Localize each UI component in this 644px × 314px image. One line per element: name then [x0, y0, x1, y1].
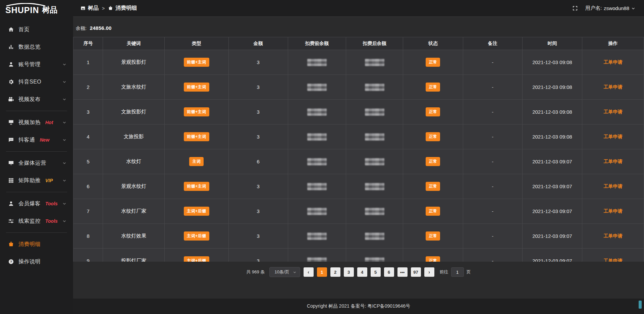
col-header-index: 序号	[73, 37, 103, 50]
masked-value	[307, 158, 327, 165]
cell-balance-before	[288, 100, 346, 124]
masked-value	[307, 183, 327, 190]
work-order-link[interactable]: 工单申请	[604, 233, 623, 239]
cell-amount: 3	[228, 174, 288, 199]
sidebar-item-expense-detail[interactable]: 消费明细	[0, 235, 73, 253]
cell-balance-before	[288, 249, 346, 262]
cell-keyword: 文旅投影灯	[103, 100, 165, 124]
expense-table: 序号 关键词 类型 金额 扣费前余额 扣费后余额 状态 备注 时间 操作 1 景…	[73, 37, 644, 262]
cell-index: 7	[73, 199, 103, 224]
cell-balance-before	[288, 224, 346, 249]
breadcrumb-item-home[interactable]: 树品	[80, 5, 99, 12]
status-badge: 正常	[426, 107, 440, 116]
cell-balance-before	[288, 124, 346, 149]
page-button-2[interactable]: 2	[330, 267, 340, 277]
page-button-5[interactable]: 5	[371, 267, 381, 277]
work-order-link[interactable]: 工单申请	[604, 208, 623, 214]
sidebar-item-label: 数据总览	[18, 44, 41, 51]
member-icon	[8, 201, 14, 207]
cell-action: 工单申请	[582, 149, 644, 174]
cell-action: 工单申请	[582, 199, 644, 224]
cell-amount: 3	[228, 199, 288, 224]
work-order-link[interactable]: 工单申请	[604, 134, 623, 139]
sidebar-item-douyin-seo[interactable]: 抖音SEO	[0, 73, 73, 91]
sidebar-item-member-burst[interactable]: 会员爆客 Tools	[0, 195, 73, 212]
page-button-1[interactable]: 1	[317, 267, 327, 277]
sidebar-item-video-heat[interactable]: 视频加热 Hot	[0, 114, 73, 131]
balance-label: 余额:	[76, 25, 87, 31]
table-row: 1 景观投影灯 前缀+主词 3 正常 - 2021-12-03 09:08 工单…	[73, 50, 644, 75]
cell-keyword: 景观投影灯	[103, 50, 165, 75]
page-size-select[interactable]: 10条/页	[269, 267, 300, 277]
new-tag: New	[40, 137, 50, 143]
cell-time: 2021-12-03 09:08	[522, 100, 582, 124]
chevron-down-icon	[62, 138, 66, 142]
cell-keyword: 文旅投影	[103, 124, 165, 149]
page-button-97[interactable]: 97	[411, 267, 421, 277]
page-button-4[interactable]: 4	[357, 267, 367, 277]
sidebar-item-home[interactable]: 首页	[0, 21, 73, 38]
cell-type: 前缀+主词	[165, 100, 229, 124]
fullscreen-button[interactable]	[572, 5, 578, 11]
sidebar-item-data-overview[interactable]: 数据总览	[0, 38, 73, 56]
col-header-balance-before: 扣费前余额	[288, 37, 346, 50]
cell-time: 2021-12-03 09:07	[522, 174, 582, 199]
chevron-down-icon	[62, 219, 66, 223]
col-header-remark: 备注	[463, 37, 522, 50]
cell-keyword: 水纹灯厂家	[103, 199, 165, 224]
masked-value	[365, 59, 384, 66]
table-row: 9 投影灯厂家 主词+后缀 3 正常 - 2021-12-03 09:07 工单…	[73, 249, 644, 262]
work-order-link[interactable]: 工单申请	[604, 84, 623, 90]
col-header-keyword: 关键词	[103, 37, 165, 50]
masked-value	[365, 84, 384, 91]
masked-value	[365, 108, 384, 116]
cell-remark: -	[463, 249, 522, 262]
cell-action: 工单申请	[582, 249, 644, 262]
video-camera-icon	[8, 96, 14, 102]
cell-action: 工单申请	[582, 224, 644, 249]
table-header-row: 序号 关键词 类型 金额 扣费前余额 扣费后余额 状态 备注 时间 操作	[73, 37, 644, 50]
breadcrumb-item-expense-detail[interactable]: 消费明细	[108, 5, 137, 12]
sidebar-item-label: 线索监控	[18, 218, 41, 225]
user-menu[interactable]: 用户名: zswodun88	[585, 5, 635, 11]
cell-remark: -	[463, 75, 522, 100]
prev-page-button[interactable]: ‹	[304, 267, 314, 277]
cell-amount: 3	[228, 100, 288, 124]
masked-value	[307, 59, 327, 66]
brand-logo[interactable]: SHUPIN 树品	[0, 0, 73, 17]
page-button-6[interactable]: 6	[384, 267, 394, 277]
cell-remark: -	[463, 149, 522, 174]
masked-value	[365, 232, 384, 240]
cell-index: 6	[73, 174, 103, 199]
breadcrumb-label: 树品	[88, 5, 99, 12]
page-ellipsis-button[interactable]: •••	[397, 267, 408, 277]
cell-balance-before	[288, 75, 346, 100]
sidebar-item-video-publish[interactable]: 视频发布	[0, 91, 73, 108]
sidebar: SHUPIN 树品 首页 数据总览 账号管理 抖音SEO 视频发布	[0, 0, 73, 314]
sidebar-item-lead-monitor[interactable]: 线索监控 Tools	[0, 212, 73, 230]
type-badge: 主词+后缀	[184, 231, 209, 241]
cell-amount: 3	[228, 249, 288, 262]
scrollbar-thumb[interactable]	[639, 301, 642, 309]
sidebar-item-douketong[interactable]: 抖客通 New	[0, 131, 73, 149]
sidebar-item-matrix-boost[interactable]: 矩阵助推 VIP	[0, 172, 73, 189]
chevron-down-icon	[62, 97, 66, 101]
expense-icon	[8, 241, 14, 247]
masked-value	[307, 257, 327, 262]
col-header-time: 时间	[522, 37, 582, 50]
cell-status: 正常	[403, 100, 463, 124]
chevron-down-icon	[631, 6, 635, 10]
goto-page-input[interactable]	[451, 267, 464, 277]
work-order-link[interactable]: 工单申请	[604, 109, 623, 114]
work-order-link[interactable]: 工单申请	[604, 258, 623, 262]
work-order-link[interactable]: 工单申请	[604, 159, 623, 164]
sidebar-item-account-mgmt[interactable]: 账号管理	[0, 56, 73, 73]
page-button-3[interactable]: 3	[344, 267, 354, 277]
masked-value	[365, 208, 384, 215]
work-order-link[interactable]: 工单申请	[604, 59, 623, 65]
work-order-link[interactable]: 工单申请	[604, 184, 623, 189]
sidebar-item-media-operation[interactable]: 全媒体运营	[0, 154, 73, 172]
sidebar-item-instructions[interactable]: ? 操作说明	[0, 253, 73, 270]
status-badge: 正常	[426, 58, 440, 67]
next-page-button[interactable]: ›	[424, 267, 434, 277]
